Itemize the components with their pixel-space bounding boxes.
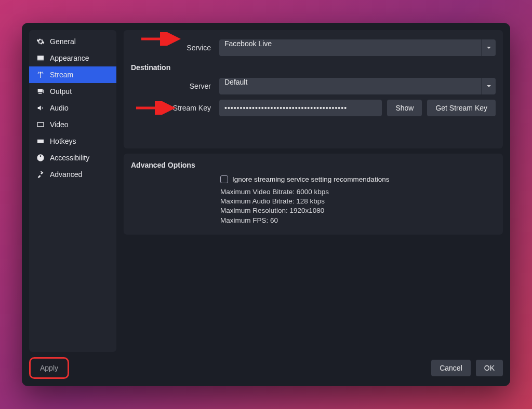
ignore-recommendations-checkbox[interactable]: [220, 175, 228, 183]
stream-key-input[interactable]: [219, 100, 382, 116]
sidebar-item-hotkeys[interactable]: Hotkeys: [29, 133, 116, 149]
settings-sidebar: General Appearance Stream Output Audio V…: [29, 30, 116, 352]
keyboard-icon: [36, 137, 45, 145]
appearance-icon: [36, 54, 45, 62]
stream-key-label: Stream Key: [131, 104, 214, 112]
gear-icon: [36, 37, 45, 46]
advanced-options-title: Advanced Options: [131, 161, 496, 169]
sidebar-item-label: Hotkeys: [50, 137, 76, 145]
accessibility-icon: [36, 154, 45, 162]
sidebar-item-label: Appearance: [50, 54, 89, 62]
sidebar-item-audio[interactable]: Audio: [29, 100, 116, 116]
sidebar-item-general[interactable]: General: [29, 33, 116, 50]
limit-line: Maximum Resolution: 1920x1080: [220, 206, 496, 215]
audio-icon: [36, 104, 45, 112]
destination-title: Destination: [131, 63, 496, 72]
limit-line: Maximum FPS: 60: [220, 216, 496, 225]
limit-line: Maximum Video Bitrate: 6000 kbps: [220, 187, 496, 197]
sidebar-item-label: Audio: [50, 104, 69, 112]
show-key-button[interactable]: Show: [387, 100, 422, 116]
tools-icon: [36, 170, 45, 179]
sidebar-item-label: Advanced: [50, 170, 82, 179]
sidebar-item-label: Output: [50, 87, 72, 96]
server-label: Server: [131, 82, 214, 90]
service-limits: Maximum Video Bitrate: 6000 kbps Maximum…: [220, 187, 496, 225]
sidebar-item-output[interactable]: Output: [29, 83, 116, 100]
settings-window: General Appearance Stream Output Audio V…: [22, 23, 510, 386]
cancel-button[interactable]: Cancel: [431, 360, 471, 376]
sidebar-item-label: Accessibility: [50, 154, 89, 162]
sidebar-item-stream[interactable]: Stream: [29, 66, 116, 83]
service-label: Service: [131, 44, 214, 52]
limit-line: Maximum Audio Bitrate: 128 kbps: [220, 197, 496, 206]
output-icon: [36, 87, 45, 96]
sidebar-item-label: Video: [50, 120, 69, 129]
sidebar-item-label: Stream: [50, 71, 73, 79]
settings-main: Service Facebook Live Destination Server: [124, 30, 503, 352]
service-panel: Service Facebook Live Destination Server: [124, 30, 503, 148]
sidebar-item-appearance[interactable]: Appearance: [29, 50, 116, 66]
sidebar-item-advanced[interactable]: Advanced: [29, 166, 116, 183]
antenna-icon: [36, 71, 45, 79]
sidebar-item-label: General: [50, 37, 76, 46]
get-stream-key-button[interactable]: Get Stream Key: [427, 100, 496, 116]
apply-button[interactable]: Apply: [32, 360, 66, 376]
server-select[interactable]: Default: [219, 78, 496, 94]
advanced-options-panel: Advanced Options Ignore streaming servic…: [124, 154, 503, 235]
service-select[interactable]: Facebook Live: [219, 39, 496, 56]
ok-button[interactable]: OK: [476, 360, 503, 376]
dialog-footer: Apply Cancel OK: [29, 352, 503, 379]
ignore-recommendations-label: Ignore streaming service setting recomme…: [232, 175, 389, 183]
sidebar-item-video[interactable]: Video: [29, 116, 116, 133]
sidebar-item-accessibility[interactable]: Accessibility: [29, 149, 116, 166]
annotation-highlight: Apply: [29, 357, 69, 379]
video-icon: [36, 120, 45, 129]
